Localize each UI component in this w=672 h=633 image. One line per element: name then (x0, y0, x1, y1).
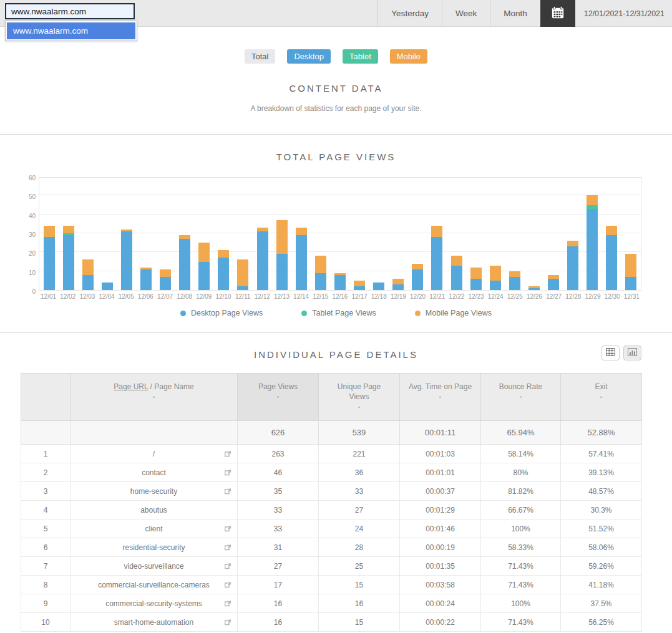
external-link-icon[interactable] (225, 600, 231, 607)
bar-12-05 (121, 230, 132, 290)
bounce-rate-column-header[interactable]: Bounce Rate ˄ (481, 374, 561, 421)
unique-views-value: 221 (319, 445, 400, 463)
bar-segment (431, 226, 442, 237)
chart-view-icon (628, 347, 637, 359)
page-name[interactable]: video-surveillance (124, 562, 183, 571)
bar-segment (44, 226, 55, 237)
bar-12-24 (490, 266, 501, 290)
exit-value: 48.57% (561, 482, 642, 501)
table-row: 1/26322100:01:0358.14%57.41% (21, 445, 642, 463)
y-tick-label: 30 (29, 231, 36, 238)
bar-12-28 (567, 241, 578, 290)
bar-segment (587, 195, 598, 205)
bar-12-03 (82, 259, 94, 290)
bar-segment (509, 277, 520, 290)
page-name[interactable]: residential-security (122, 543, 185, 552)
bar-segment (334, 275, 346, 290)
page-url-column-header[interactable]: Page URL / Page Name ˄ (71, 374, 238, 421)
exit-value: 59.26% (561, 557, 642, 576)
x-tick-label: 12/31 (622, 293, 641, 300)
page-url-link[interactable]: Page URL (114, 382, 148, 391)
page-name-cell: commercial-security-systems (71, 594, 238, 613)
chart-view-button[interactable] (623, 345, 641, 360)
external-link-icon[interactable] (225, 544, 231, 551)
exit-column-header[interactable]: Exit ˄ (561, 374, 642, 421)
x-tick-label: 12/29 (583, 293, 602, 300)
x-tick-label: 12/11 (233, 293, 253, 300)
page-name[interactable]: smart-home-automation (114, 618, 193, 627)
page-name-cell: / (71, 445, 238, 463)
row-index: 8 (21, 576, 71, 594)
bar-segment (63, 226, 74, 233)
bar-12-27 (548, 275, 559, 290)
avg-time-value: 00:01:35 (400, 557, 481, 576)
legend-item-mobile[interactable]: Mobile Page Views (415, 309, 492, 317)
bar-segment (606, 235, 617, 290)
legend-item-desktop[interactable]: Desktop Page Views (180, 309, 263, 317)
page-name[interactable]: / (153, 450, 155, 458)
filter-button-mobile[interactable]: Mobile (390, 49, 427, 64)
filter-button-desktop[interactable]: Desktop (287, 49, 331, 64)
page-name[interactable]: commercial-security-systems (105, 599, 202, 608)
page-name[interactable]: commercial-surveillance-cameras (98, 581, 210, 589)
external-link-icon[interactable] (225, 525, 231, 532)
bounce-rate-value: 71.43% (481, 557, 561, 576)
filter-button-total[interactable]: Total (245, 49, 275, 64)
row-index: 3 (21, 482, 71, 501)
external-link-icon[interactable] (225, 563, 231, 569)
bar-12-16 (334, 273, 346, 290)
page-name[interactable]: aboutus (140, 506, 167, 515)
bar-12-01 (44, 226, 55, 290)
page-views-value: 31 (238, 538, 319, 557)
page-name[interactable]: client (145, 524, 162, 533)
site-search: www.nwaalarm.com (5, 3, 135, 19)
table-row: 8commercial-surveillance-cameras171500:0… (21, 576, 642, 594)
bar-12-17 (354, 281, 365, 290)
table-view-button[interactable] (601, 345, 620, 360)
bar-segment (625, 254, 636, 276)
yesterday-button[interactable]: Yesterday (377, 0, 442, 27)
calendar-button[interactable] (540, 0, 575, 27)
x-tick-label: 12/04 (97, 293, 117, 300)
table-view-icon (606, 347, 615, 359)
bar-segment (218, 250, 229, 258)
legend-item-tablet[interactable]: Tablet Page Views (301, 309, 376, 317)
bar-12-22 (451, 256, 462, 290)
avg-time-column-header[interactable]: Avg. Time on Page ˄ (400, 374, 481, 421)
x-tick-label: 12/21 (427, 293, 447, 300)
content-data-header: CONTENT DATA A breakdown of statistics f… (0, 64, 672, 134)
page-name-cell: residential-security (71, 538, 238, 557)
external-link-icon[interactable] (225, 581, 231, 588)
page-views-column-header[interactable]: Page Views ˅ (238, 374, 319, 421)
page-name-cell: video-surveillance (71, 557, 238, 576)
bar-12-19 (392, 279, 404, 290)
search-suggestion-item[interactable]: www.nwaalarm.com (7, 22, 135, 39)
legend-dot-icon (301, 311, 307, 316)
bar-segment (102, 283, 113, 290)
unique-page-views-column-header[interactable]: Unique Page Views ˄ (319, 374, 400, 421)
content-data-title: CONTENT DATA (0, 83, 672, 94)
bar-segment (237, 286, 248, 290)
external-link-icon[interactable] (225, 488, 231, 495)
search-input[interactable] (5, 3, 135, 19)
page-name[interactable]: home-security (130, 487, 177, 496)
date-range-controls: Yesterday Week Month 12/01/2021-12/31/20… (377, 0, 672, 27)
month-button[interactable]: Month (490, 0, 540, 27)
week-button[interactable]: Week (442, 0, 490, 27)
sort-desc-icon: ˅ (241, 397, 314, 403)
bar-12-26 (528, 286, 540, 290)
external-link-icon[interactable] (225, 469, 231, 476)
table-row: 2contact463600:01:0180%39.13% (21, 463, 642, 482)
search-suggestions: www.nwaalarm.com (5, 21, 137, 41)
index-column-header (21, 374, 71, 421)
page-name[interactable]: contact (142, 468, 166, 477)
legend-dot-icon (415, 311, 421, 316)
y-tick-label: 10 (29, 269, 36, 276)
external-link-icon[interactable] (225, 619, 231, 626)
selected-date-range: 12/01/2021-12/31/2021 (575, 0, 672, 27)
exit-value: 41.18% (561, 576, 642, 594)
external-link-icon[interactable] (225, 450, 231, 457)
avg-time-value: 00:00:22 (400, 613, 481, 632)
row-index: 6 (21, 538, 71, 557)
filter-button-tablet[interactable]: Tablet (343, 49, 378, 64)
